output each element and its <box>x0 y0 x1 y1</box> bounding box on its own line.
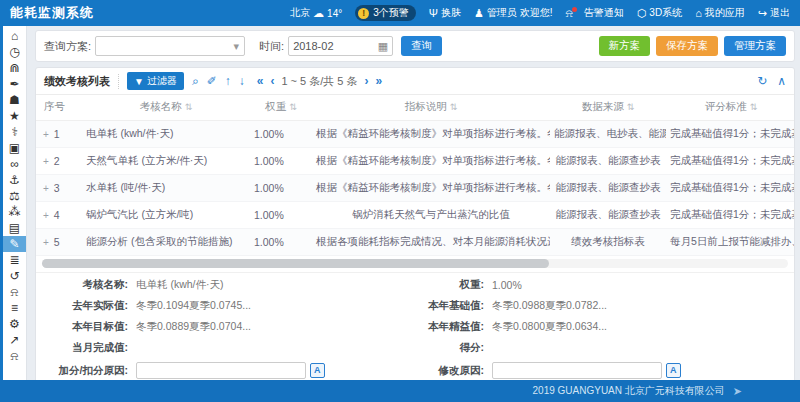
alarm-notice-button[interactable]: ⍾ 告警通知 <box>565 6 623 20</box>
footer-bar: 2019 GUANGYUAN 北京广元科技有限公司 ➤ <box>0 380 800 402</box>
home-icon[interactable]: ⌂ <box>3 28 26 44</box>
row-expander-icon[interactable]: + <box>43 129 49 140</box>
target-label: 本年目标值: <box>44 320 136 334</box>
save-plan-button[interactable]: 保存方案 <box>656 36 718 56</box>
move-up-icon[interactable]: ↑ <box>225 74 231 88</box>
search-button[interactable]: 查询 <box>401 36 442 56</box>
user-icon: ♟ <box>474 7 484 20</box>
first-page-icon[interactable]: « <box>257 74 264 88</box>
month-complete-label: 当月完成值: <box>44 341 136 355</box>
calendar-icon: ▦ <box>378 40 388 53</box>
move-down-icon[interactable]: ↓ <box>239 74 245 88</box>
bonus-reason-input[interactable] <box>136 362 306 379</box>
table-row[interactable]: +3 水单耗 (吨/件·天) 1.00% 根据《精益环能考核制度》对单项指标进行… <box>36 175 795 202</box>
modify-reason-label: 修改原因: <box>404 364 492 378</box>
time-value: 2018-02 <box>293 40 378 52</box>
refresh-icon[interactable]: ↻ <box>757 74 767 88</box>
table-row[interactable]: +1 电单耗 (kwh/件·天) 1.00% 根据《精益环能考核制度》对单项指标… <box>36 121 795 148</box>
cell-source: 能源报表、能源查抄表 <box>550 202 666 229</box>
cell-score: 完成基础值得1分；未完成基础值扣0.1分；完成目标值奖励0.05分；完成 <box>666 202 795 229</box>
time-picker[interactable]: 2018-02 ▦ <box>288 36 393 56</box>
anchor-icon[interactable]: ⚓ <box>3 172 26 188</box>
cell-score: 完成基础值得1分；未完成基础值扣0.3分；完成目标值奖励0.3分；完成 <box>666 148 795 175</box>
cube-icon: ⬡ <box>637 7 647 20</box>
document-icon[interactable]: ≣ <box>3 252 26 268</box>
col-header-name[interactable]: 考核名称 ⇅ <box>82 95 250 121</box>
plan-label: 查询方案: <box>44 39 91 54</box>
modify-reason-input[interactable] <box>492 362 662 379</box>
star-badge-icon[interactable]: ★ <box>3 108 26 124</box>
lean-value: 冬季0.0800夏季0.0634... <box>492 320 786 334</box>
prev-page-icon[interactable]: ‹ <box>270 74 274 88</box>
bell-icon[interactable]: ⍾ <box>3 284 26 300</box>
shield-icon[interactable]: ☗ <box>3 92 26 108</box>
user-menu[interactable]: ♟ 管理员 欢迎您! <box>474 6 552 20</box>
col-header-score[interactable]: 评分标准 ⇅ <box>666 95 795 121</box>
row-no: 5 <box>54 236 60 248</box>
exit-icon: ↪ <box>758 7 767 20</box>
horizontal-scrollbar[interactable] <box>42 259 788 268</box>
table-row[interactable]: +4 锅炉气汽比 (立方米/吨) 1.00% 锅炉消耗天然气与产出蒸汽的比值 能… <box>36 202 795 229</box>
plan-select[interactable]: ▾ <box>95 36 245 56</box>
alert-count-label: 3个预警 <box>373 6 409 20</box>
edit-icon-active[interactable]: ✎ <box>3 236 26 252</box>
sort-icon: ⇅ <box>627 102 635 112</box>
plane-icon: ➤ <box>733 385 742 398</box>
binoculars-icon[interactable]: ⋒ <box>3 60 26 76</box>
cell-desc: 根据《精益环能考核制度》对单项指标进行考核。冬季1-3月、11-12月；夏季5-… <box>312 148 550 175</box>
next-page-icon[interactable]: › <box>365 74 369 88</box>
col-header-desc[interactable]: 指标说明 ⇅ <box>312 95 550 121</box>
scrollbar-thumb[interactable] <box>42 259 549 268</box>
rich-text-icon[interactable]: A <box>666 363 681 378</box>
cell-desc: 根据《精益环能考核制度》对单项指标进行考核。冬季1-3月、11-12月；夏季5-… <box>312 121 550 148</box>
col-header-weight[interactable]: 权重 ⇅ <box>250 95 312 121</box>
my-apps-button[interactable]: ⌂ 我的应用 <box>695 6 745 20</box>
stethoscope-icon[interactable]: ⚕ <box>3 124 26 140</box>
manage-plan-button[interactable]: 管理方案 <box>724 36 786 56</box>
table-row[interactable]: +5 能源分析 (包含采取的节能措施) 1.00% 根据各项能耗指标完成情况、对… <box>36 229 795 256</box>
org-chart-icon[interactable]: ⁂ <box>3 204 26 220</box>
collapse-icon[interactable]: ∧ <box>777 74 786 88</box>
clear-filter-icon[interactable]: ✐ <box>207 74 217 88</box>
row-expander-icon[interactable]: + <box>43 237 49 248</box>
cell-name: 天然气单耗 (立方米/件·天) <box>82 148 250 175</box>
new-plan-button[interactable]: 新方案 <box>599 36 651 56</box>
last-page-icon[interactable]: » <box>376 74 383 88</box>
bonus-reason-label: 加分/扣分原因: <box>44 364 136 378</box>
menu-icon[interactable]: ≡ <box>3 300 26 316</box>
links-icon[interactable]: ∞ <box>3 156 26 172</box>
row-expander-icon[interactable]: + <box>43 210 49 221</box>
history-icon[interactable]: ↺ <box>3 268 26 284</box>
row-expander-icon[interactable]: + <box>43 183 49 194</box>
gear-icon[interactable]: ⚙ <box>3 316 26 332</box>
row-no: 1 <box>54 128 60 140</box>
filter-button[interactable]: ▼ 过滤器 <box>127 72 184 90</box>
clock-icon[interactable]: ◷ <box>3 44 26 60</box>
city-label: 北京 <box>290 6 310 20</box>
funnel-icon: ▼ <box>134 76 144 87</box>
cell-desc: 锅炉消耗天然气与产出蒸汽的比值 <box>312 202 550 229</box>
sort-icon: ⇅ <box>289 102 297 112</box>
scale-icon[interactable]: ⚖ <box>3 188 26 204</box>
search-icon[interactable]: ⌕ <box>192 74 199 88</box>
weight-value: 1.00% <box>492 279 786 291</box>
alert-count-badge[interactable]: ! 3个预警 <box>355 5 416 21</box>
row-expander-icon[interactable]: + <box>43 156 49 167</box>
rich-text-icon[interactable]: A <box>310 363 325 378</box>
3d-system-button[interactable]: ⬡ 3D系统 <box>637 6 682 20</box>
col-header-no[interactable]: 序号 <box>36 95 82 121</box>
cell-source: 能源报表、电抄表、能源查抄表 <box>550 121 666 148</box>
chart-line-icon[interactable]: ↗ <box>3 332 26 348</box>
notify-bell-icon[interactable]: ⍾ <box>3 348 26 364</box>
money-icon[interactable]: ▤ <box>3 220 26 236</box>
logout-button[interactable]: ↪ 退出 <box>758 6 790 20</box>
change-skin-button[interactable]: Ψ 换肤 <box>429 6 461 20</box>
ink-pen-icon[interactable]: ✒ <box>3 76 26 92</box>
weather-widget: 北京 ☁ 14° <box>290 6 342 20</box>
tablet-icon[interactable]: ▣ <box>3 140 26 156</box>
col-header-source[interactable]: 数据来源 ⇅ <box>550 95 666 121</box>
panel-title: 绩效考核列表 <box>44 74 119 89</box>
table-row[interactable]: +2 天然气单耗 (立方米/件·天) 1.00% 根据《精益环能考核制度》对单项… <box>36 148 795 175</box>
cell-source: 绩效考核指标表 <box>550 229 666 256</box>
top-bar: 能耗监测系统 北京 ☁ 14° ! 3个预警 Ψ 换肤 ♟ 管理员 欢迎您! ⍾… <box>0 0 800 26</box>
